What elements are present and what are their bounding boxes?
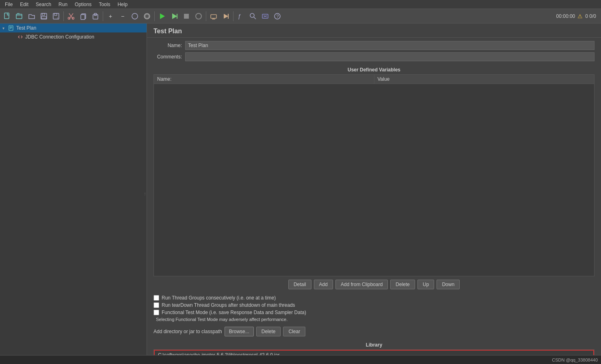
sidebar-item-test-plan[interactable]: ▾ Test Plan — [0, 24, 147, 32]
collapse-button[interactable]: − — [117, 11, 128, 22]
menu-options[interactable]: Options — [71, 1, 95, 8]
name-label: Name: — [153, 43, 182, 48]
statusbar-text: CSDN @qq_33808440 — [552, 358, 598, 362]
toggle-button[interactable] — [129, 11, 141, 22]
toolbar: * + − ƒ — [0, 9, 601, 24]
sep1 — [63, 11, 64, 21]
table-header: Name: Value — [153, 74, 595, 84]
counter-display: 0 0/0 — [585, 13, 596, 19]
variables-table-section: User Defined Variables Name: Value Detai… — [153, 65, 595, 293]
name-row: Name: — [153, 41, 595, 50]
stop-button[interactable] — [181, 11, 192, 22]
remote-start-button[interactable] — [220, 11, 231, 22]
toolbar-timer-section: 00:00:00 ⚠ 0 0/0 — [556, 13, 599, 19]
checkbox-row-1: Run Thread Groups consecutively (i.e. on… — [153, 295, 595, 301]
search-button[interactable] — [247, 11, 259, 22]
svg-rect-37 — [9, 26, 13, 30]
comments-input[interactable] — [185, 52, 595, 61]
menu-run[interactable]: Run — [55, 1, 71, 8]
cut-button[interactable] — [65, 11, 77, 22]
checkbox-row-2: Run tearDown Thread Groups after shutdow… — [153, 302, 595, 308]
up-button[interactable]: Up — [417, 280, 434, 289]
svg-text:*: * — [57, 17, 58, 20]
detail-button[interactable]: Detail — [288, 280, 311, 289]
menu-search[interactable]: Search — [32, 1, 54, 8]
timer-display: 00:00:00 — [556, 13, 575, 19]
classpath-delete-button[interactable]: Delete — [256, 327, 281, 336]
tree-toggle: ▾ — [2, 26, 8, 30]
svg-marker-27 — [224, 14, 228, 19]
form-section: Name: Comments: — [147, 38, 601, 65]
checkbox-row-3: Functional Test Mode (i.e. save Response… — [153, 310, 595, 315]
svg-line-42 — [18, 37, 19, 38]
open-templates-button[interactable] — [14, 11, 25, 22]
menubar: File Edit Search Run Options Tools Help — [0, 0, 601, 9]
copy-button[interactable] — [78, 11, 89, 22]
sidebar-resize-handle[interactable]: ⋮ — [143, 186, 147, 202]
shutdown-button[interactable] — [193, 11, 204, 22]
svg-point-30 — [250, 13, 254, 17]
variables-table-body[interactable] — [153, 84, 595, 276]
sep2 — [103, 11, 103, 21]
add-from-clipboard-button[interactable]: Add from Clipboard — [335, 280, 388, 289]
classpath-section: Add directory or jar to classpath Browse… — [147, 324, 601, 340]
save-button[interactable] — [38, 11, 50, 22]
clear-button[interactable]: Clear — [283, 327, 305, 336]
delete-button[interactable]: Delete — [390, 280, 415, 289]
svg-rect-13 — [81, 15, 85, 19]
content-panel: Test Plan Name: Comments: User Defined V… — [147, 24, 601, 364]
svg-point-16 — [132, 13, 138, 19]
run-button[interactable] — [156, 11, 168, 22]
save-as-button[interactable]: * — [50, 11, 62, 22]
browse-button[interactable]: Browse... — [225, 327, 254, 336]
new-button[interactable] — [2, 11, 13, 22]
svg-line-44 — [21, 37, 22, 38]
menu-tools[interactable]: Tools — [95, 1, 113, 8]
run-teardown-label: Run tearDown Thread Groups after shutdow… — [162, 302, 295, 308]
open-button[interactable] — [26, 11, 37, 22]
expand-button[interactable]: + — [105, 11, 116, 22]
sidebar-item-jdbc[interactable]: JDBC Connection Configuration — [0, 32, 147, 41]
svg-marker-20 — [172, 13, 177, 19]
sep5 — [233, 11, 233, 21]
col-name: Name: — [154, 75, 374, 84]
content-title: Test Plan — [147, 24, 601, 38]
menu-edit[interactable]: Edit — [17, 1, 32, 8]
functional-test-label: Functional Test Mode (i.e. save Response… — [162, 310, 306, 315]
run-teardown-checkbox[interactable] — [153, 302, 159, 308]
run-thread-groups-checkbox[interactable] — [153, 295, 159, 301]
down-button[interactable]: Down — [437, 280, 460, 289]
paste-button[interactable] — [90, 11, 101, 22]
sidebar: ▾ Test Plan JDBC Connection Configuratio… — [0, 24, 147, 364]
svg-rect-22 — [184, 14, 189, 19]
classpath-row: Add directory or jar to classpath Browse… — [153, 327, 595, 336]
svg-line-31 — [254, 17, 256, 19]
clear-all-button[interactable] — [259, 11, 271, 22]
functional-test-checkbox[interactable] — [153, 310, 159, 315]
svg-rect-24 — [211, 15, 216, 18]
jdbc-icon — [17, 34, 24, 40]
svg-rect-0 — [4, 13, 9, 19]
comments-row: Comments: — [153, 52, 595, 61]
name-input[interactable] — [185, 41, 595, 50]
menu-file[interactable]: File — [2, 1, 16, 8]
run-no-pause-button[interactable] — [169, 11, 180, 22]
main-layout: ▾ Test Plan JDBC Connection Configuratio… — [0, 24, 601, 364]
enable-button[interactable] — [141, 11, 153, 22]
svg-point-10 — [68, 17, 70, 19]
svg-text:ƒ: ƒ — [238, 13, 241, 19]
run-thread-groups-label: Run Thread Groups consecutively (i.e. on… — [162, 295, 276, 301]
menu-help[interactable]: Help — [114, 1, 131, 8]
table-buttons: Detail Add Add from Clipboard Delete Up … — [153, 276, 595, 293]
add-button[interactable]: Add — [314, 280, 333, 289]
warning-icon: ⚠ — [577, 13, 583, 19]
test-plan-icon — [8, 25, 15, 31]
checkboxes-section: Run Thread Groups consecutively (i.e. on… — [147, 293, 601, 324]
help-button[interactable]: ? — [272, 11, 283, 22]
functional-warning: Selecting Functional Test Mode may adver… — [153, 317, 595, 322]
svg-rect-4 — [41, 17, 46, 19]
test-plan-label: Test Plan — [16, 25, 36, 31]
svg-marker-19 — [160, 13, 165, 19]
remote-button[interactable] — [208, 11, 219, 22]
functions-button[interactable]: ƒ — [235, 11, 246, 22]
